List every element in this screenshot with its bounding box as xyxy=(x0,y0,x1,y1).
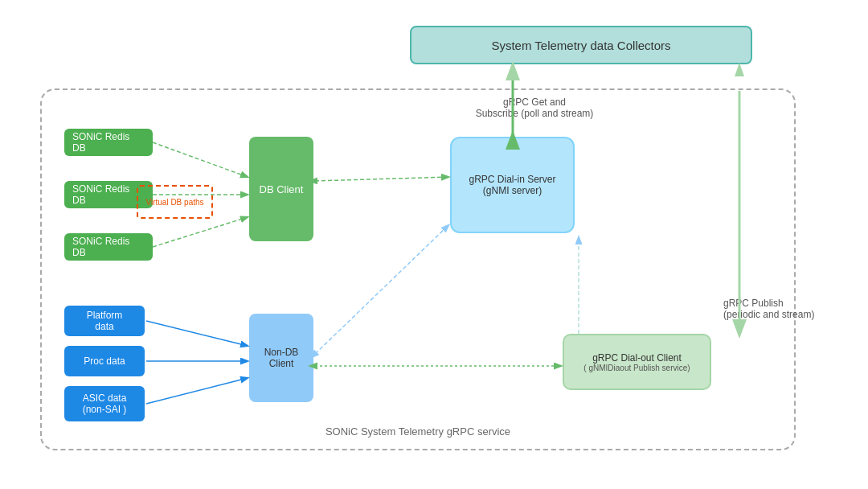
asic-data-box: ASIC data(non-SAI ) xyxy=(64,386,145,421)
db-client: DB Client xyxy=(249,137,313,241)
main-border: SONiC System Telemetry gRPC service xyxy=(40,88,796,450)
redis-db-3: SONiC Redis DB xyxy=(64,233,153,261)
redis-db-1: SONiC Redis DB xyxy=(64,129,153,156)
grpc-dialout-client: gRPC Dial-out Client ( gNMIDiaout Publis… xyxy=(563,334,711,390)
svg-marker-11 xyxy=(735,63,744,76)
proc-data-box: Proc data xyxy=(64,346,145,376)
diagram-container: System Telemetry data Collectors SONiC S… xyxy=(0,0,868,489)
collectors-box: System Telemetry data Collectors xyxy=(410,26,752,64)
sonic-label: SONiC System Telemetry gRPC service xyxy=(326,425,510,438)
grpc-dialin-server: gRPC Dial-in Server(gNMI server) xyxy=(450,137,575,233)
grpc-get-label: gRPC Get andSubscribe (poll and stream) xyxy=(474,97,595,119)
platform-data-box: Platformdata xyxy=(64,306,145,336)
nondb-client: Non-DBClient xyxy=(249,314,313,402)
collectors-label: System Telemetry data Collectors xyxy=(491,39,670,52)
grpc-publish-label: gRPC Publish(periodic and stream) xyxy=(723,298,852,320)
virtual-db-box: Virtual DB paths xyxy=(137,185,213,219)
